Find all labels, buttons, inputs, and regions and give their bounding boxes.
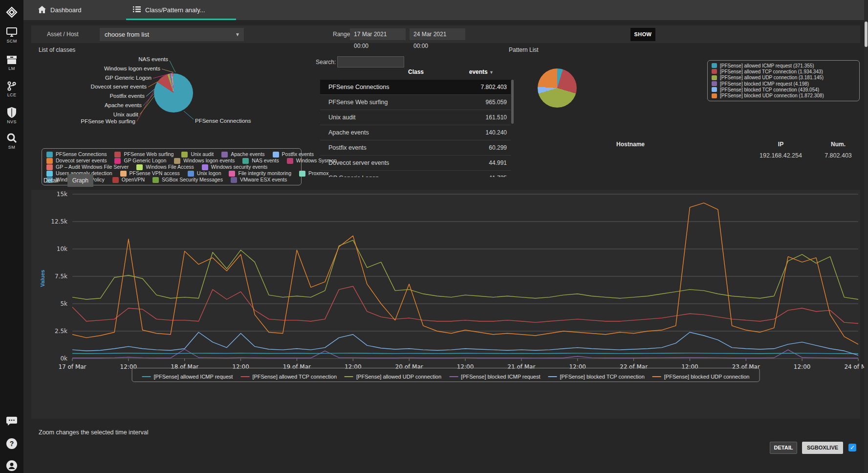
detail-button[interactable]: DETAIL	[770, 442, 797, 454]
table-row[interactable]: Dovecot server events44.991	[320, 156, 511, 171]
pattern-legend-item[interactable]: [PFSense] allowed TCP connection (1.934.…	[712, 68, 855, 74]
legend-swatch	[181, 152, 188, 158]
column-class: Class	[408, 68, 424, 75]
tab-class-pattern-analysis[interactable]: Class/Pattern analy...	[126, 0, 236, 20]
series-line	[72, 353, 858, 354]
pattern-legend-item[interactable]: [PFSense] allowed ICMP request (371.355)	[712, 63, 855, 68]
chart-legend-line-swatch	[652, 376, 661, 377]
legend-swatch	[221, 152, 228, 158]
range-from-input[interactable]: 17 Mar 2021 00:00	[350, 28, 406, 40]
pattern-legend-item[interactable]: [PFSense] blocked UDP connection (1.872.…	[712, 92, 855, 98]
detail-graph-tabs: Detail Graph	[39, 174, 93, 187]
search-magnifier-icon	[0, 133, 23, 144]
legend-item[interactable]: Windows logon events	[174, 158, 235, 164]
host-col-num: Num.	[816, 141, 860, 148]
tab-graph[interactable]: Graph	[67, 174, 93, 187]
legend-item[interactable]: Dovecot server events	[46, 158, 107, 164]
tab-dashboard[interactable]: Dashboard	[31, 0, 88, 20]
y-tick-label: 2.5k	[55, 328, 67, 335]
legend-item[interactable]: VMware ESX events	[231, 177, 287, 183]
legend-item[interactable]: OpenVPN	[112, 177, 145, 183]
legend-label: GP Generic Logon	[124, 158, 166, 164]
classes-pie-chart[interactable]	[154, 73, 193, 113]
tab-detail[interactable]: Detail	[39, 174, 64, 187]
pattern-legend-swatch	[712, 63, 717, 68]
legend-label: PFSense Connections	[56, 151, 107, 158]
sgboxlive-button[interactable]: SGBOXLIVE	[802, 442, 843, 454]
chart-legend-item[interactable]: [PFSense] allowed UDP connection	[345, 374, 441, 380]
legend-item[interactable]: Windows security events	[202, 164, 268, 170]
live-checkbox[interactable]: ✓	[848, 444, 856, 451]
sidebar-item-chat[interactable]	[0, 416, 23, 427]
table-row[interactable]: Apache events140.240	[320, 125, 511, 140]
sidebar-item-lce[interactable]: LCE	[0, 81, 23, 97]
sidebar-item-scm[interactable]: SCM	[0, 27, 23, 44]
pattern-pie-chart[interactable]	[538, 68, 577, 108]
legend-item[interactable]: NAS events	[242, 158, 279, 164]
chart-legend-item[interactable]: [PFSense] blocked UDP connection	[652, 374, 750, 380]
shield-icon	[0, 107, 23, 118]
legend-item[interactable]: GP – Audit Windows File Server	[46, 164, 129, 170]
legend-row: GP – Audit Windows File ServerWindows Fi…	[46, 164, 297, 170]
y-tick-label: 10k	[57, 246, 67, 252]
sidebar-item-lm[interactable]: LM	[0, 55, 23, 71]
legend-label: File integrity monitoring	[238, 170, 291, 177]
legend-item[interactable]: PFSense Connections	[46, 151, 107, 158]
table-row[interactable]: Postfix events60.299	[320, 140, 511, 156]
column-events[interactable]: events ▼	[469, 68, 494, 75]
pattern-legend-label: [PFSense] allowed ICMP request (371.355)	[720, 63, 814, 68]
legend-item[interactable]: GP Generic Logon	[114, 158, 166, 164]
show-button[interactable]: SHOW	[630, 28, 655, 41]
host-row[interactable]: 192.168.42.254 7.802.403	[516, 152, 860, 159]
legend-item[interactable]: Postfix events	[273, 151, 314, 158]
sidebar-item-sm[interactable]: SM	[0, 133, 23, 150]
chart-legend-item[interactable]: [PFSense] blocked TCP connection	[548, 374, 645, 380]
x-tick-label: 17 of Mar	[58, 363, 86, 370]
chart-legend-item[interactable]: [PFSense] blocked ICMP request	[449, 374, 540, 380]
table-row[interactable]: PFSense Web surfing965.059	[320, 95, 511, 110]
table-row[interactable]: Unix audit161.510	[320, 110, 511, 125]
pattern-legend-swatch	[712, 75, 717, 80]
class-table-header: Class events ▼	[320, 68, 511, 80]
asset-host-select[interactable]: choose from list ▼	[100, 28, 244, 41]
legend-item[interactable]: File integrity monitoring	[229, 170, 291, 177]
pattern-legend-item[interactable]: [PFSense] blocked ICMP request (4.198)	[712, 81, 855, 87]
tab-class-pattern-label: Class/Pattern analy...	[145, 6, 205, 14]
legend-item[interactable]: Unix logon	[188, 170, 221, 177]
legend-item[interactable]: PFSense Web surfing	[114, 151, 174, 158]
legend-item[interactable]: SGBox Security Messages	[152, 177, 223, 183]
app-logo[interactable]	[0, 5, 23, 20]
git-branch-icon	[0, 81, 23, 91]
table-row[interactable]: GP Generic Logon11.735	[320, 171, 511, 177]
pie-callout-label: Unix audit	[113, 112, 138, 117]
chart-legend-item[interactable]: [PFSense] allowed TCP connection	[240, 374, 337, 380]
legend-item[interactable]: Unix audit	[181, 151, 214, 158]
zoom-note: Zoom changes the selected time interval	[39, 429, 148, 436]
class-table-scrollbar[interactable]	[511, 80, 514, 124]
legend-item[interactable]: Windows File Access	[136, 164, 194, 170]
sidebar: SCM LM LCE NVS SM ?	[0, 0, 23, 473]
row-events-value: 161.510	[486, 114, 507, 121]
legend-swatch	[46, 152, 53, 158]
legend-swatch	[202, 164, 208, 170]
chart-legend-item[interactable]: [PFSense] allowed ICMP request	[142, 374, 233, 380]
sort-caret-icon: ▼	[489, 70, 494, 75]
pattern-legend-item[interactable]: [PFSense] blocked TCP connection (439.05…	[712, 87, 855, 92]
line-chart[interactable]: 0k2.5k5k7.5k10k12.5k15k17 of Mar12:0018 …	[31, 192, 868, 376]
legend-swatch	[46, 164, 53, 170]
sidebar-item-account[interactable]	[0, 460, 23, 472]
chart-legend-label: [PFSense] allowed UDP connection	[356, 374, 441, 380]
pattern-legend-item[interactable]: [PFSense] allowed UDP connection (3.181.…	[712, 75, 855, 81]
y-tick-label: 12.5k	[51, 218, 67, 225]
legend-item[interactable]: PFSense VPN access	[120, 170, 180, 177]
sidebar-item-help[interactable]: ?	[0, 438, 23, 450]
legend-item[interactable]: Apache events	[221, 151, 264, 158]
table-row[interactable]: PFSense Connections7.802.403	[320, 80, 511, 95]
pie-callout-label: Postfix events	[109, 93, 145, 99]
search-input[interactable]	[337, 56, 404, 68]
sidebar-item-nvs[interactable]: NVS	[0, 107, 23, 124]
window-scrollbar-thumb[interactable]	[865, 22, 868, 47]
range-to-input[interactable]: 24 Mar 2021 00:00	[410, 28, 465, 40]
asset-host-label: Asset / Host	[47, 31, 79, 38]
row-class-name: Unix audit	[328, 114, 356, 121]
